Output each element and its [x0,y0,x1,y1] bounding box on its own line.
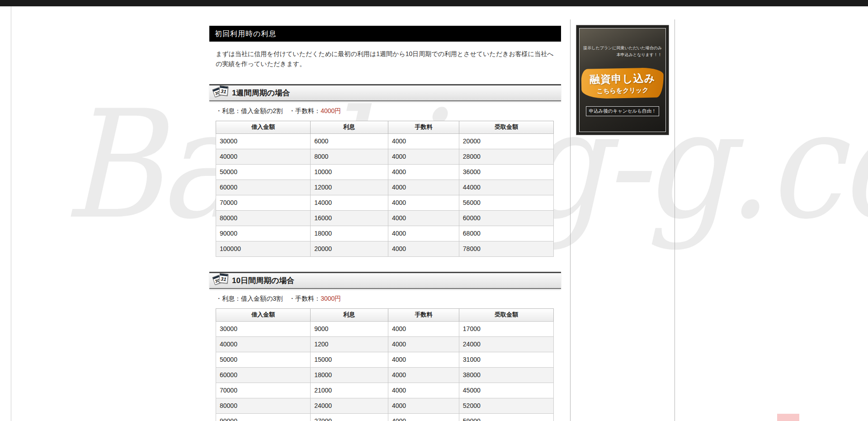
table-row: 300009000400017000 [216,321,554,336]
section-ten-day-cycle: 30 31 10日間周期の場合 ・利息：借入金額の3割 ・手数料：3000円 借… [209,272,561,421]
table-cell: 4000 [388,321,459,336]
table-header-row: 借入金額利息手数料受取金額 [216,308,554,321]
banner-cancel-note: 申込み後のキャンセルも自由！ [586,106,659,116]
main-content: 初回利用時の利息 まずは当社に信用を付けていただくために最初の利用は1週間から1… [209,26,561,421]
table-cell: 4000 [388,210,459,226]
rate-table-week: 借入金額利息手数料受取金額 30000600040002000040000800… [216,121,554,257]
table-cell: 4000 [388,226,459,241]
table-cell: 4000 [388,133,459,149]
banner-click-text: こちらをクリック [597,86,649,95]
page-left-border [11,6,11,421]
calendar-page-front: 31 [219,273,228,284]
table-cell: 100000 [216,241,311,256]
table-row: 8000016000400060000 [216,210,554,226]
banner-photo-background: 提示したプランに同意いただいた場合のみ本申込みとなります！！ 融資申し込み こち… [579,28,666,132]
table-cell: 18000 [311,226,388,241]
table-cell: 50000 [216,164,311,180]
table-row: 7000021000400045000 [216,383,554,398]
table-row: 300006000400020000 [216,133,554,149]
table-cell: 70000 [216,383,311,398]
table-cell: 4000 [388,164,459,180]
table-cell: 44000 [459,180,553,195]
page-title: 初回利用時の利息 [209,26,561,42]
table-cell: 31000 [459,352,553,367]
table-cell: 18000 [311,367,388,383]
table-cell: 15000 [311,352,388,367]
table-cell: 90000 [216,413,311,421]
table-cell: 27000 [311,413,388,421]
table-cell: 14000 [311,195,388,210]
section-heading: 1週間周期の場合 [232,88,290,98]
table-cell: 4000 [388,352,459,367]
calendar-icon: 30 31 [213,85,229,99]
banner-top-note: 提示したプランに同意いただいた場合のみ本申込みとなります！！ [583,45,662,59]
top-bar [0,0,868,6]
table-cell: 4000 [388,336,459,352]
table-cell: 30000 [216,321,311,336]
table-cell: 20000 [311,241,388,256]
table-cell: 20000 [459,133,553,149]
table-cell: 9000 [311,321,388,336]
table-header-cell: 利息 [311,308,388,321]
table-cell: 8000 [311,149,388,164]
table-cell: 45000 [459,383,553,398]
terms-note: ・利息：借入金額の3割 ・手数料：3000円 [209,295,561,303]
table-row: 400001200400024000 [216,336,554,352]
table-cell: 21000 [311,383,388,398]
table-cell: 17000 [459,321,553,336]
terms-note-text: ・利息：借入金額の2割 ・手数料： [216,107,321,114]
table-cell: 1200 [311,336,388,352]
table-cell: 90000 [216,226,311,241]
table-cell: 4000 [388,241,459,256]
page-top-button[interactable] [777,414,799,421]
table-header-cell: 受取金額 [459,308,553,321]
table-cell: 78000 [459,241,553,256]
fee-value: 4000円 [321,107,341,114]
table-header-cell: 借入金額 [216,308,311,321]
table-cell: 4000 [388,180,459,195]
rate-table-ten-day: 借入金額利息手数料受取金額 30000900040001700040000120… [216,308,554,421]
table-row: 5000010000400036000 [216,164,554,180]
banner-main-text: 融資申し込み [590,71,656,86]
table-header-cell: 手数料 [388,308,459,321]
table-header-row: 借入金額利息手数料受取金額 [216,121,554,133]
table-cell: 4000 [388,149,459,164]
table-cell: 56000 [459,195,553,210]
table-cell: 60000 [216,180,311,195]
table-cell: 70000 [216,195,311,210]
terms-note: ・利息：借入金額の2割 ・手数料：4000円 [209,107,561,115]
table-cell: 24000 [311,398,388,413]
table-header-cell: 利息 [311,121,388,133]
intro-paragraph: まずは当社に信用を付けていただくために最初の利用は1週間から10日周期での利用と… [210,49,560,69]
table-cell: 6000 [311,133,388,149]
section-heading: 10日間周期の場合 [232,275,294,286]
fee-value: 3000円 [321,295,341,302]
table-header-cell: 借入金額 [216,121,311,133]
calendar-page-front: 31 [219,85,228,96]
table-cell: 68000 [459,226,553,241]
table-cell: 12000 [311,180,388,195]
table-row: 7000014000400056000 [216,195,554,210]
calendar-icon: 30 31 [213,273,229,286]
table-row: 6000018000400038000 [216,367,554,383]
table-row: 400008000400028000 [216,149,554,164]
table-cell: 40000 [216,149,311,164]
table-cell: 4000 [388,367,459,383]
table-row: 6000012000400044000 [216,180,554,195]
table-cell: 60000 [216,367,311,383]
table-cell: 24000 [459,336,553,352]
table-cell: 4000 [388,413,459,421]
table-cell: 60000 [459,210,553,226]
section-heading-bar: 30 31 1週間周期の場合 [209,84,561,101]
table-header-cell: 受取金額 [459,121,553,133]
section-week-cycle: 30 31 1週間周期の場合 ・利息：借入金額の2割 ・手数料：4000円 借入… [209,84,561,257]
table-cell: 50000 [216,352,311,367]
table-cell: 30000 [216,133,311,149]
table-row: 10000020000400078000 [216,241,554,256]
table-cell: 4000 [388,195,459,210]
table-cell: 52000 [459,398,553,413]
orange-brush-highlight: 融資申し込み こちらをクリック [581,67,664,99]
loan-application-banner[interactable]: 提示したプランに同意いただいた場合のみ本申込みとなります！！ 融資申し込み こち… [576,25,669,135]
table-cell: 36000 [459,164,553,180]
table-row: 9000018000400068000 [216,226,554,241]
